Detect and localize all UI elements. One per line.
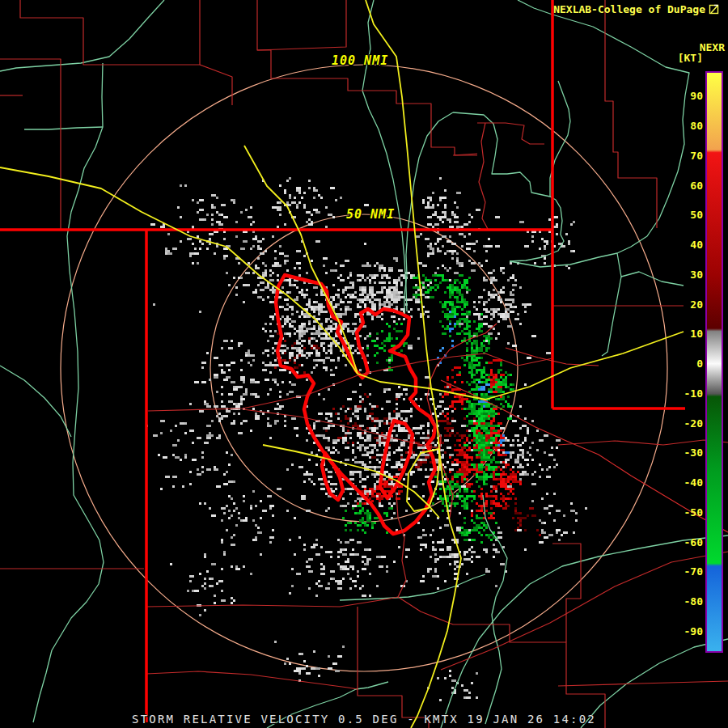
- colorbar-tick: 20: [690, 298, 703, 311]
- colorbar-tick: -20: [684, 417, 703, 430]
- colorbar-tick: 70: [690, 150, 703, 163]
- radar-display: NEXLAB-College of DuPage NEXR [KT] 90807…: [0, 0, 728, 728]
- product-title: STORM RELATIVE VELOCITY 0.5 DEG - KMTX 1…: [0, 713, 728, 726]
- colorbar-tick: 40: [690, 239, 703, 252]
- colorbar-tick: 90: [690, 90, 703, 103]
- state-borders: [0, 0, 685, 722]
- flag-icon: [709, 3, 719, 15]
- brand-text: NEXLAB-College of DuPage: [553, 3, 705, 15]
- colorbar-tick: 60: [690, 180, 703, 193]
- range-ring-label-100nmi: 100 NMI: [332, 53, 388, 68]
- colorbar-tick: -80: [684, 595, 703, 608]
- colorbar-tick: -40: [684, 476, 703, 489]
- range-ring-label-50nmi: 50 NMI: [346, 207, 395, 222]
- range-rings: [61, 65, 667, 671]
- county-lines: [0, 0, 728, 728]
- colorbar-tick: 30: [690, 269, 703, 281]
- colorbar-tick: 0: [696, 358, 703, 370]
- colorbar-product-label: NEXR: [700, 41, 725, 53]
- radar-map: [0, 0, 728, 728]
- colorbar-tick: -60: [684, 536, 703, 549]
- colorbar-tick: -90: [684, 625, 703, 638]
- colorbar-tick: -30: [684, 447, 703, 459]
- rivers: [0, 0, 728, 728]
- velocity-colorbar: [705, 71, 723, 653]
- colorbar-tick: 10: [690, 328, 703, 341]
- colorbar-tick: 50: [690, 209, 703, 222]
- radar-echoes: [146, 177, 587, 701]
- colorbar-tick: 80: [690, 120, 703, 133]
- colorbar-units-label: [KT]: [678, 52, 703, 64]
- colorbar-tick: -10: [684, 387, 703, 400]
- colorbar-tick: -70: [684, 565, 703, 578]
- colorbar-tick: -50: [684, 506, 703, 519]
- brand-banner: NEXLAB-College of DuPage: [553, 2, 719, 15]
